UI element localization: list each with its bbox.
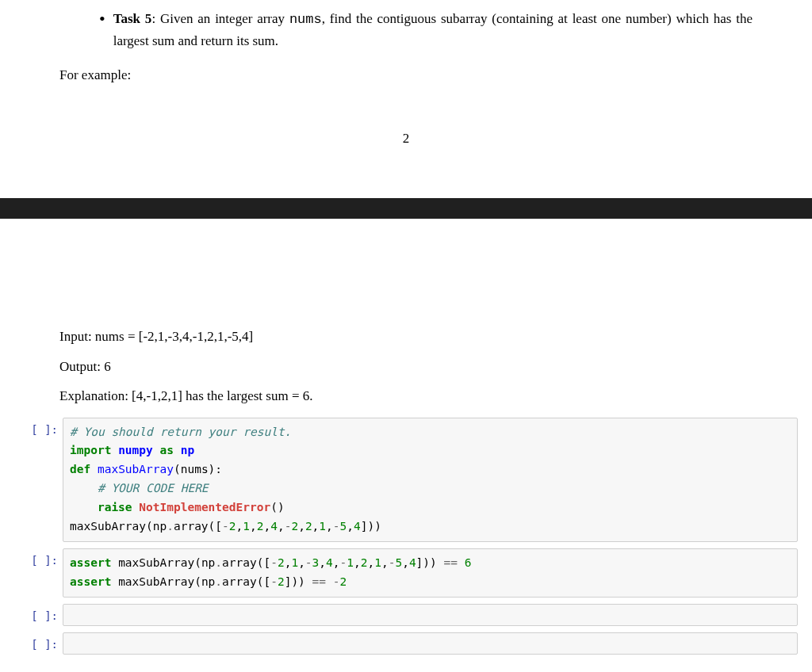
kw-assert: assert: [70, 556, 111, 569]
code-comment: # You should return your result.: [70, 426, 291, 438]
result: 6: [465, 556, 472, 569]
eq: ==: [312, 575, 326, 588]
eq: ==: [444, 556, 458, 569]
notebook-cell-4[interactable]: [ ]:: [14, 632, 798, 655]
paren: (): [270, 501, 284, 514]
page-gap: [0, 219, 812, 322]
example-block: Input: nums = [-2,1,-3,4,-1,2,1,-5,4] Ou…: [0, 322, 812, 410]
func-params: (nums):: [174, 463, 222, 475]
kw-as: as: [160, 444, 174, 456]
task-inline-code: nums: [289, 12, 322, 27]
dot: .: [167, 520, 174, 533]
task-label: Task 5: [113, 11, 152, 26]
task-section: • Task 5: Given an integer array nums, f…: [0, 8, 812, 83]
task-bullet-item: • Task 5: Given an integer array nums, f…: [99, 8, 753, 52]
input-prompt: [ ]:: [14, 604, 63, 622]
end: ])): [361, 520, 381, 533]
page-divider: [0, 198, 812, 219]
example-output: Output: 6: [59, 352, 753, 381]
err-class: NotImplementedError: [139, 501, 270, 514]
input-prompt: [ ]:: [14, 418, 63, 436]
mid: ])): [285, 575, 312, 588]
bullet-icon: •: [99, 10, 105, 28]
notebook-cell-1[interactable]: [ ]: # You should return your result. im…: [14, 418, 798, 543]
code-input[interactable]: # You should return your result. import …: [63, 418, 798, 543]
call: maxSubArray(np: [70, 520, 167, 533]
task-text-1: : Given an integer array: [151, 11, 289, 26]
arr: array([: [222, 556, 270, 569]
example-explanation: Explanation: [4,-1,2,1] has the largest …: [59, 381, 753, 410]
notebook-area: [ ]: # You should return your result. im…: [0, 418, 812, 672]
code-input[interactable]: assert maxSubArray(np.array([-2,1,-3,4,-…: [63, 548, 798, 598]
mid: ])): [416, 556, 444, 569]
kw-def: def: [70, 463, 90, 475]
call: maxSubArray(np: [118, 575, 215, 588]
page-number: 2: [0, 83, 812, 198]
module-numpy: numpy: [118, 444, 153, 456]
call: maxSubArray(np: [118, 556, 215, 569]
for-example-text: For example:: [59, 67, 753, 83]
input-prompt: [ ]:: [14, 548, 63, 567]
arr: array([: [174, 520, 222, 533]
code-comment-2: # YOUR CODE HERE: [98, 482, 209, 494]
func-name: maxSubArray: [98, 463, 174, 475]
kw-raise: raise: [98, 501, 132, 514]
code-input-empty[interactable]: [63, 604, 798, 626]
notebook-cell-2[interactable]: [ ]: assert maxSubArray(np.array([-2,1,-…: [14, 548, 798, 598]
dot: .: [215, 556, 222, 569]
dot: .: [215, 575, 222, 588]
example-input: Input: nums = [-2,1,-3,4,-1,2,1,-5,4]: [59, 322, 753, 351]
task-text: Task 5: Given an integer array nums, fin…: [113, 8, 753, 52]
arr: array([: [222, 575, 270, 588]
notebook-cell-3[interactable]: [ ]:: [14, 604, 798, 626]
kw-import: import: [70, 444, 111, 456]
code-input-empty[interactable]: [63, 632, 798, 655]
module-np: np: [181, 444, 194, 456]
kw-assert: assert: [70, 575, 111, 588]
input-prompt: [ ]:: [14, 632, 63, 651]
